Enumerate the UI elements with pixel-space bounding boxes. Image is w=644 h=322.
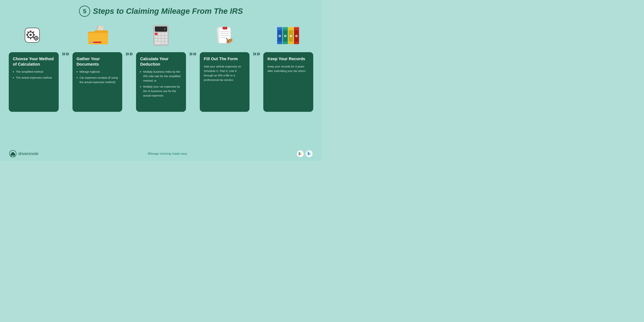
svg-point-2 — [30, 34, 32, 36]
calculator-icon: 7 — [151, 24, 171, 46]
svg-point-12 — [36, 38, 37, 39]
step-1-title: Choose Your Method of Calculation — [13, 56, 54, 67]
header: 5 Steps to Claiming Mileage From The IRS — [79, 6, 243, 17]
svg-rect-13 — [36, 36, 37, 37]
svg-point-73 — [14, 155, 15, 156]
step-1-item-2: The actual expenses method — [16, 76, 54, 80]
svg-rect-31 — [165, 36, 168, 38]
svg-rect-5 — [26, 34, 28, 36]
svg-rect-33 — [158, 39, 161, 41]
step-5-card: Keep Your Records Keep your records for … — [263, 52, 313, 112]
step-4-text: Add your vehicle expenses on Schedule C,… — [204, 64, 246, 82]
svg-rect-67 — [283, 27, 288, 28]
google-play-icon — [297, 150, 304, 157]
step-number-text: 5 — [83, 8, 86, 15]
step-4-body: Add your vehicle expenses on Schedule C,… — [204, 64, 246, 82]
arrow-4-icon: »» — [253, 50, 260, 57]
step-1-column: Choose Your Method of Calculation The si… — [8, 20, 60, 112]
step-1-item-1: The simplified method — [16, 70, 54, 74]
svg-rect-43 — [220, 31, 230, 32]
arrow-3-icon: »» — [189, 50, 196, 57]
step-4-card: Fill Out The Form Add your vehicle expen… — [200, 52, 250, 112]
svg-rect-27 — [165, 33, 168, 35]
svg-rect-14 — [36, 39, 37, 40]
footer-logo: driversnote — [9, 150, 38, 157]
step-2-card: Gather Your Documents Mileage logbook Ca… — [72, 52, 122, 112]
step-5-column: Keep Your Records Keep your records for … — [262, 20, 314, 112]
step-5-body: Keep your records for 3 years after subm… — [268, 64, 309, 73]
arrow-3: »» — [187, 20, 198, 57]
step-2-body: Mileage logbook Car expenses receipts (i… — [76, 70, 118, 84]
svg-rect-37 — [162, 42, 164, 44]
svg-rect-30 — [162, 36, 164, 38]
driversnote-logo-icon — [9, 150, 16, 157]
step-3-item-2: Multiply your car expenses by the % busi… — [143, 84, 182, 98]
svg-rect-68 — [288, 27, 294, 28]
footer-logo-text: driversnote — [18, 151, 38, 156]
svg-point-72 — [11, 155, 12, 156]
steps-container: Choose Your Method of Calculation The si… — [8, 20, 314, 147]
svg-rect-20 — [90, 42, 93, 43]
step-3-column: 7 — [135, 20, 187, 112]
svg-rect-19 — [93, 42, 101, 43]
svg-rect-45 — [220, 35, 230, 36]
step-3-title: Calculate Your Deduction — [140, 56, 182, 67]
arrow-4: »» — [251, 20, 262, 57]
arrow-2-icon: »» — [126, 50, 133, 57]
svg-point-61 — [290, 36, 292, 36]
binders-icon — [276, 25, 300, 46]
svg-rect-24 — [155, 33, 158, 35]
svg-point-57 — [285, 36, 286, 36]
footer: driversnote Mileage tracking made easy  — [8, 150, 314, 157]
arrow-1: »» — [60, 20, 71, 57]
page-wrapper: 5 Steps to Claiming Mileage From The IRS — [0, 0, 322, 161]
svg-rect-29 — [158, 36, 161, 38]
svg-rect-6 — [33, 34, 35, 36]
step-number-circle: 5 — [79, 6, 90, 17]
clipboard-icon — [214, 24, 236, 46]
svg-rect-69 — [294, 27, 299, 28]
step-4-icon-area — [214, 20, 236, 50]
svg-point-74 — [297, 150, 304, 157]
step-4-column: Fill Out The Form Add your vehicle expen… — [198, 20, 251, 112]
step-2-item-1: Mileage logbook — [80, 70, 118, 74]
svg-rect-4 — [30, 38, 31, 39]
svg-rect-15 — [34, 38, 35, 39]
step-4-title: Fill Out The Form — [204, 56, 246, 62]
svg-rect-42 — [222, 27, 227, 30]
step-2-icon-area — [86, 20, 108, 50]
step-3-item-1: Multiply business miles by the IRS mile … — [143, 70, 182, 83]
svg-rect-32 — [155, 39, 158, 41]
footer-apps:  — [297, 150, 313, 157]
arrow-1-icon: »» — [62, 50, 69, 57]
step-2-item-2: Car expenses receipts (if using the actu… — [80, 76, 118, 84]
svg-rect-16 — [37, 38, 38, 39]
svg-rect-28 — [155, 36, 158, 38]
step-3-card: Calculate Your Deduction Multiply busine… — [136, 52, 186, 112]
svg-rect-44 — [220, 33, 230, 34]
step-5-icon-area — [276, 20, 300, 50]
app-store-icon:  — [306, 150, 313, 157]
step-1-body: The simplified method The actual expense… — [13, 70, 54, 80]
svg-rect-66 — [277, 27, 282, 28]
arrow-2: »» — [124, 20, 135, 57]
svg-text:7: 7 — [164, 28, 166, 31]
step-3-icon-area: 7 — [151, 20, 171, 50]
step-1-icon-area — [24, 20, 44, 50]
step-5-text: Keep your records for 3 years after subm… — [268, 64, 309, 73]
svg-rect-46 — [220, 37, 226, 38]
svg-point-53 — [279, 36, 280, 36]
step-2-column: Gather Your Documents Mileage logbook Ca… — [71, 20, 124, 112]
svg-rect-36 — [155, 42, 161, 44]
step-1-card: Choose Your Method of Calculation The si… — [9, 52, 59, 112]
svg-rect-25 — [158, 33, 161, 35]
step-3-body: Multiply business miles by the IRS mile … — [140, 70, 182, 98]
folder-icon — [86, 25, 108, 46]
step-2-title: Gather Your Documents — [76, 56, 118, 67]
svg-rect-35 — [165, 39, 168, 41]
svg-rect-34 — [162, 39, 164, 41]
footer-tagline: Mileage tracking made easy — [148, 152, 187, 156]
step-5-title: Keep Your Records — [268, 56, 309, 62]
svg-rect-38 — [165, 42, 168, 44]
svg-point-65 — [296, 36, 297, 36]
